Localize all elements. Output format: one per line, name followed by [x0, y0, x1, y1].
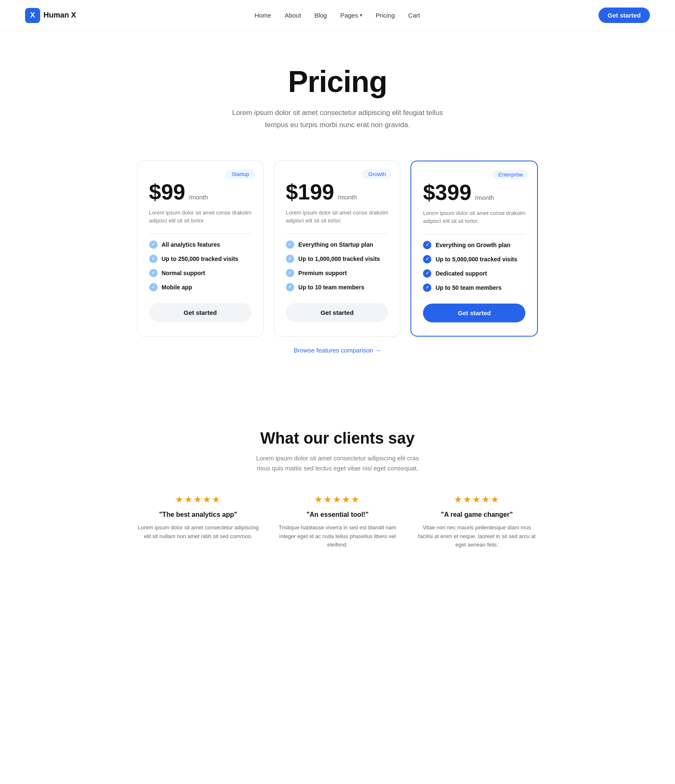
- testimonial-item-0: ★★★★★ "The best analytics app" Lorem ips…: [137, 494, 260, 549]
- feature-label: All analytics features: [162, 241, 220, 248]
- check-icon: ✓: [286, 255, 294, 263]
- card-divider: [286, 233, 388, 234]
- check-icon: ✓: [423, 269, 431, 278]
- features-list: ✓ Everything on Growth plan ✓ Up to 5,00…: [423, 241, 525, 292]
- testimonials-grid: ★★★★★ "The best analytics app" Lorem ips…: [137, 494, 538, 549]
- feature-item: ✓ Up to 50 team members: [423, 283, 525, 292]
- feature-item: ✓ Dedicated support: [423, 269, 525, 278]
- plan-badge: Enterprise: [492, 170, 529, 179]
- nav-pages[interactable]: Pages ▾: [340, 12, 362, 19]
- check-icon: ✓: [423, 255, 431, 263]
- feature-item: ✓ Up to 5,000,000 tracked visits: [423, 255, 525, 263]
- pricing-card-growth: Growth $199 /month Lorem ipsum dolor sit…: [274, 161, 400, 337]
- features-list: ✓ Everything on Startup plan ✓ Up to 1,0…: [286, 240, 388, 291]
- plan-badge: Growth: [362, 169, 392, 179]
- testimonial-text: Lorem ipsum dolor sit amet consectetur a…: [137, 524, 260, 541]
- feature-item: ✓ Everything on Growth plan: [423, 241, 525, 249]
- check-icon: ✓: [423, 241, 431, 249]
- pricing-section: Startup $99 /month Lorem ipsum dolor sit…: [0, 152, 675, 404]
- plan-price: $99 /month: [149, 179, 252, 204]
- testimonial-text: Vitae non nec mauris pellentesque diam m…: [415, 524, 538, 549]
- feature-label: Up to 1,000,000 tracked visits: [298, 255, 380, 262]
- plan-badge: Startup: [226, 169, 255, 179]
- card-divider: [149, 233, 252, 234]
- plan-description: Lorem ipsum dolor sit amet conse drakolm…: [149, 209, 252, 225]
- plan-description: Lorem ipsum dolor sit amet conse drakolm…: [423, 209, 525, 225]
- price-period: /month: [475, 194, 494, 201]
- pricing-card-enterprise: Enterprise $399 /month Lorem ipsum dolor…: [410, 161, 538, 337]
- plan-description: Lorem ipsum dolor sit amet conse drakolm…: [286, 209, 388, 225]
- logo-name: Human X: [43, 11, 76, 20]
- nav-about[interactable]: About: [285, 12, 301, 19]
- check-icon: ✓: [149, 269, 158, 277]
- nav-pricing[interactable]: Pricing: [376, 12, 395, 19]
- feature-label: Up to 10 team members: [298, 284, 364, 291]
- feature-item: ✓ Premium support: [286, 269, 388, 277]
- testimonial-item-1: ★★★★★ "An essential tool!" Tristique hab…: [276, 494, 399, 549]
- feature-label: Up to 250,000 tracked visits: [162, 255, 239, 262]
- star-rating: ★★★★★: [276, 494, 399, 505]
- feature-label: Mobile app: [162, 284, 192, 291]
- hero-subtitle: Lorem ipsum dolor sit amet consectetur a…: [225, 107, 451, 131]
- check-icon: ✓: [286, 269, 294, 277]
- browse-link-container: Browse features comparison →: [25, 347, 650, 354]
- pricing-card-startup: Startup $99 /month Lorem ipsum dolor sit…: [137, 161, 264, 337]
- feature-item: ✓ Everything on Startup plan: [286, 240, 388, 249]
- nav-links: Home About Blog Pages ▾ Pricing Cart: [255, 12, 420, 19]
- feature-label: Up to 50 team members: [436, 284, 502, 291]
- features-list: ✓ All analytics features ✓ Up to 250,000…: [149, 240, 252, 291]
- check-icon: ✓: [149, 240, 158, 249]
- page-title: Pricing: [8, 64, 667, 99]
- logo-icon: X: [25, 8, 40, 23]
- check-icon: ✓: [286, 240, 294, 249]
- check-icon: ✓: [149, 283, 158, 291]
- check-icon: ✓: [286, 283, 294, 291]
- price-period: /month: [189, 194, 208, 201]
- nav-blog[interactable]: Blog: [314, 12, 327, 19]
- price-period: /month: [338, 194, 357, 201]
- nav-cart[interactable]: Cart: [408, 12, 420, 19]
- star-rating: ★★★★★: [415, 494, 538, 505]
- star-rating: ★★★★★: [137, 494, 260, 505]
- testimonial-title: "A real game changer": [415, 511, 538, 518]
- testimonial-item-2: ★★★★★ "A real game changer" Vitae non ne…: [415, 494, 538, 549]
- plan-cta-button[interactable]: Get started: [149, 303, 252, 322]
- feature-item: ✓ Up to 10 team members: [286, 283, 388, 291]
- plan-price: $199 /month: [286, 179, 388, 204]
- feature-item: ✓ Normal support: [149, 269, 252, 277]
- feature-label: Up to 5,000,000 tracked visits: [436, 256, 517, 263]
- testimonial-text: Tristique habitasse viverra in sed est b…: [276, 524, 399, 549]
- feature-item: ✓ Up to 250,000 tracked visits: [149, 255, 252, 263]
- testimonial-title: "An essential tool!": [276, 511, 399, 518]
- feature-item: ✓ Mobile app: [149, 283, 252, 291]
- logo[interactable]: X Human X: [25, 8, 76, 23]
- browse-features-link[interactable]: Browse features comparison →: [294, 347, 381, 354]
- feature-item: ✓ All analytics features: [149, 240, 252, 249]
- chevron-down-icon: ▾: [360, 13, 362, 18]
- plan-price: $399 /month: [423, 180, 525, 205]
- testimonials-heading: What our clients say: [25, 429, 650, 447]
- card-divider: [423, 234, 525, 234]
- testimonial-title: "The best analytics app": [137, 511, 260, 518]
- price-amount: $199: [286, 180, 334, 204]
- feature-item: ✓ Up to 1,000,000 tracked visits: [286, 255, 388, 263]
- price-amount: $99: [149, 180, 186, 204]
- price-amount: $399: [423, 180, 471, 204]
- feature-label: Dedicated support: [436, 270, 487, 277]
- nav-home[interactable]: Home: [255, 12, 271, 19]
- feature-label: Normal support: [162, 270, 205, 276]
- plan-cta-button[interactable]: Get started: [286, 303, 388, 322]
- check-icon: ✓: [423, 283, 431, 292]
- feature-label: Everything on Startup plan: [298, 241, 373, 248]
- testimonials-section: What our clients say Lorem ipsum dolor s…: [0, 404, 675, 583]
- feature-label: Everything on Growth plan: [436, 242, 510, 248]
- navbar: X Human X Home About Blog Pages ▾ Pricin…: [0, 0, 675, 31]
- nav-cta-button[interactable]: Get started: [599, 8, 650, 23]
- feature-label: Premium support: [298, 270, 347, 276]
- testimonials-subheading: Lorem ipsum dolor sit amet consectetur a…: [250, 453, 425, 473]
- check-icon: ✓: [149, 255, 158, 263]
- plan-cta-button[interactable]: Get started: [423, 304, 525, 322]
- testimonials-header: What our clients say Lorem ipsum dolor s…: [25, 429, 650, 473]
- pricing-cards: Startup $99 /month Lorem ipsum dolor sit…: [137, 161, 538, 337]
- hero-section: Pricing Lorem ipsum dolor sit amet conse…: [0, 31, 675, 152]
